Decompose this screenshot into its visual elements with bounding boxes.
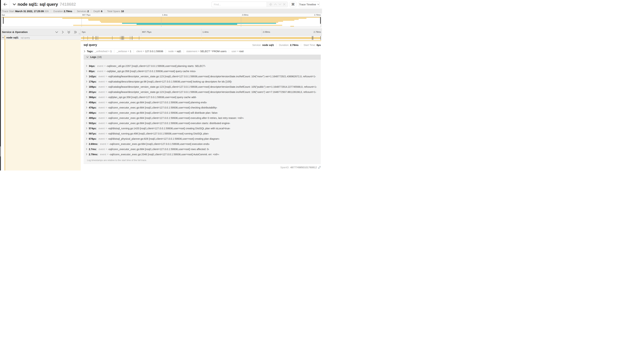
log-equals: = <box>106 122 107 125</box>
tag-item[interactable]: node = sql1 <box>168 50 181 53</box>
log-row[interactable]: 502µs:event=‹sql/conn_executor_exec.go:6… <box>84 121 321 126</box>
span-duration-bar[interactable] <box>81 37 321 39</box>
log-equals: = <box>106 85 107 88</box>
minimap-canvas[interactable] <box>2 17 321 27</box>
log-row[interactable]: 189µs:event=‹sql/catalog/lease/descripto… <box>84 84 321 89</box>
log-row[interactable]: 678µs:event=‹sql/distsql_physical_planne… <box>84 136 321 141</box>
log-chevron-right-icon <box>86 143 87 145</box>
ruler-tick-label: 2.09ms <box>263 31 270 33</box>
log-row[interactable]: 495µs:event=‹sql/conn_executor_exec.go:6… <box>84 115 321 121</box>
tag-value: SELECT * FROM users <box>200 50 226 53</box>
service-operation-header: Service & Operation <box>1 29 81 35</box>
match-highlight-icon[interactable] <box>269 3 272 6</box>
page-title: node sql1: sql query <box>18 2 58 7</box>
log-event-value: ‹sql/catalog/lease/descriptor_version_st… <box>108 91 316 93</box>
minimap-right-scrubber[interactable] <box>320 17 321 24</box>
log-row[interactable]: 597µs:event=‹sql/distsql_running.go:498 … <box>84 131 321 136</box>
log-field-key: event <box>100 143 106 145</box>
back-button[interactable] <box>1 0 10 9</box>
log-marker-tick <box>88 36 88 40</box>
minimap-tick-label: 0µs <box>2 14 5 16</box>
log-timestamp: 176µs: <box>89 80 96 83</box>
tag-item[interactable]: statement = SELECT * FROM users <box>186 50 226 53</box>
row-chevron-down-icon[interactable] <box>2 37 4 38</box>
log-field-key: event <box>98 132 104 135</box>
deep-link-icon[interactable] <box>318 166 321 169</box>
tag-item[interactable]: _verbose = 1 <box>117 50 131 53</box>
log-marker-tick <box>139 36 139 40</box>
log-chevron-right-icon <box>86 91 87 93</box>
log-row[interactable]: 201µs:event=‹sql/catalog/lease/descripto… <box>84 89 321 95</box>
log-timestamp: 34µs: <box>89 65 95 67</box>
minimap-left-scrubber[interactable] <box>3 17 4 24</box>
log-chevron-right-icon <box>86 122 87 124</box>
spanid-footer: SpanID: 4877749850101760812 <box>84 166 321 169</box>
log-row[interactable]: 176µs:event=‹sql/catalog/descs/descripto… <box>84 79 321 84</box>
summary-item-value: 10 <box>121 10 124 13</box>
summary-item-label: Total Spans <box>107 10 120 13</box>
log-timestamp: 2.7ms: <box>89 148 97 151</box>
title-collapse-toggle[interactable] <box>13 4 16 5</box>
ruler-tick-label: 2.79ms <box>314 31 321 33</box>
logs-count: (18) <box>97 56 102 58</box>
log-chevron-right-icon <box>86 65 87 67</box>
tag-value: 1 <box>130 50 131 53</box>
row-gridline <box>201 36 202 40</box>
log-row[interactable]: 2.69ms:event=‹sql/conn_executor_exec.go:… <box>84 141 321 147</box>
log-row[interactable]: 2.79ms:event=‹sql/conn_executor_exec.go:… <box>84 152 321 157</box>
ruler-gridline <box>201 29 202 35</box>
next-match-icon[interactable] <box>278 4 281 5</box>
log-row[interactable]: 486µs:event=‹sql/conn_executor_exec.go:6… <box>84 110 321 115</box>
span-row-track[interactable] <box>81 36 322 40</box>
log-event-value: ‹sql/distsql_running.go:1420 [nsql1,clie… <box>108 127 230 130</box>
collapse-all-icon[interactable] <box>67 31 70 34</box>
log-event-value: ‹sql/catalog/descs/descriptor.go:98 [nsq… <box>108 80 232 83</box>
log-row[interactable]: 366µs:event=‹sql/plan_opt.go:358 [nsql1,… <box>84 95 321 100</box>
ruler-gridline <box>141 29 141 35</box>
log-timestamp: 476µs: <box>89 106 96 109</box>
minimap-tick-label: 1.4ms <box>162 14 168 16</box>
log-row[interactable]: 574µs:event=‹sql/distsql_running.go:1420… <box>84 126 321 131</box>
log-row[interactable]: 2.7ms:event=‹sql/conn_executor_exec.go:6… <box>84 147 321 152</box>
log-field-key: event <box>100 153 106 156</box>
log-field-key: event <box>98 106 104 109</box>
log-row[interactable]: 142µs:event=‹sql/catalog/lease/descripto… <box>84 74 321 79</box>
meta-separator <box>276 44 276 46</box>
tag-item[interactable]: client = 127.0.0.1:59936 <box>136 50 163 53</box>
back-arrow-icon <box>4 3 7 6</box>
log-timestamp: 80µs: <box>89 70 95 73</box>
log-marker-tick <box>124 36 124 40</box>
expand-all-icon[interactable] <box>74 31 77 34</box>
span-color-accent-strip <box>4 36 5 171</box>
collapse-one-icon[interactable] <box>55 31 58 33</box>
summary-separator <box>105 10 105 13</box>
column-resize-grip[interactable] <box>79 33 80 35</box>
span-row-name-cell[interactable]: node sql1 sql query <box>1 36 81 40</box>
minimap-tick-labels: 0µs697.75µs1.4ms2.09ms2.79ms <box>2 14 321 17</box>
prev-match-icon[interactable] <box>274 4 277 5</box>
clear-find-icon[interactable] <box>283 3 286 6</box>
find-input[interactable] <box>212 2 266 7</box>
log-row[interactable]: 476µs:event=‹sql/conn_executor_exec.go:6… <box>84 105 321 110</box>
summary-item-label: Trace Start <box>2 10 14 13</box>
tag-key: statement <box>186 50 197 53</box>
tag-item[interactable]: _unfinished = 1 <box>94 50 112 53</box>
summary-item-value: March 31 2022, 17:25:09.326 <box>15 10 49 13</box>
log-field-key: event <box>98 137 104 140</box>
log-row[interactable]: 459µs:event=‹sql/conn_executor_exec.go:6… <box>84 100 321 105</box>
tag-item[interactable]: user = root <box>232 50 244 53</box>
log-row[interactable]: 34µs:event=‹sql/exec_util.go:2297 [nsql1… <box>84 63 321 69</box>
log-field-key: event <box>98 85 104 88</box>
span-detail-meta: Service:node sql1Duration:2.79msStart Ti… <box>252 44 321 47</box>
log-event-value: ‹sql/exec_util.go:2297 [nsql1,client=127… <box>106 65 206 67</box>
log-field-key: event <box>98 117 104 119</box>
tag-key: _verbose <box>117 50 127 53</box>
log-equals: = <box>106 96 107 99</box>
expand-one-icon[interactable] <box>62 31 64 34</box>
tags-row[interactable]: Tags: _unfinished = 1_verbose = 1client … <box>84 49 321 54</box>
log-row[interactable]: 80µs:event=‹sql/plan_opt.go:358 [nsql1,c… <box>84 69 321 74</box>
logs-header[interactable]: Logs (18) <box>84 55 321 60</box>
trace-view-dropdown[interactable]: Trace Timeline <box>299 2 320 7</box>
log-chevron-right-icon <box>86 96 87 98</box>
keyboard-shortcuts-button[interactable]: ⌘ <box>290 2 296 7</box>
